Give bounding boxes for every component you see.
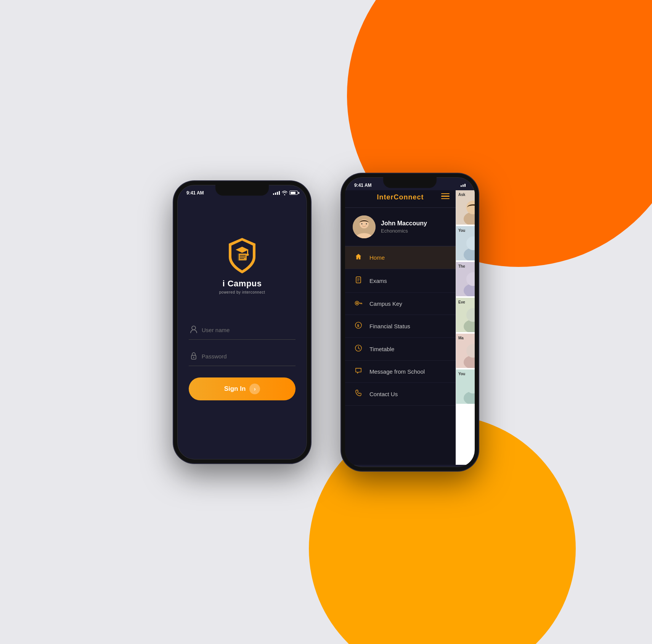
thumb-label-1: Ask: [458, 193, 465, 197]
nav-label-contact: Contact Us: [369, 391, 398, 397]
nav-item-financial[interactable]: $ Financial Status: [345, 315, 456, 338]
battery-icon: [289, 191, 298, 195]
content-thumb-6[interactable]: You: [456, 369, 475, 404]
phone-menu: 9:41 AM InterConnec: [341, 173, 479, 471]
thumb-label-4: Eve: [458, 300, 465, 304]
username-group: [189, 321, 295, 340]
nav-item-timetable[interactable]: Timetable: [345, 338, 456, 361]
exams-icon: [354, 276, 363, 286]
ham-line-2: [441, 196, 450, 197]
sidebar-title: InterConnect: [377, 193, 424, 201]
app-name: i Campus: [222, 279, 262, 289]
sidebar: InterConnect: [345, 190, 456, 465]
signal-bar-r1: [461, 185, 462, 187]
svg-line-28: [358, 348, 360, 349]
content-thumb-2[interactable]: You: [456, 226, 475, 260]
svg-point-20: [356, 302, 358, 304]
signal-bar-4: [279, 191, 280, 195]
status-icons-right: [461, 184, 466, 187]
ham-line-1: [441, 193, 450, 194]
signin-arrow-icon: ›: [249, 384, 260, 394]
signal-bar-2: [275, 193, 276, 195]
signin-button[interactable]: Sign In ›: [189, 377, 295, 400]
svg-point-10: [193, 357, 194, 358]
time-right: 9:41 AM: [354, 183, 372, 188]
content-panel: Ask You: [456, 190, 475, 465]
wifi-icon: [282, 191, 287, 195]
svg-point-40: [466, 380, 475, 393]
svg-rect-4: [238, 254, 239, 260]
password-group: [189, 347, 295, 366]
nav-label-message: Message from School: [369, 368, 425, 375]
svg-point-32: [466, 236, 475, 250]
nav-menu: Home Exams: [345, 246, 456, 465]
nav-item-contact[interactable]: Contact Us: [345, 383, 456, 406]
clock-icon: [354, 345, 363, 353]
logo-container: i Campus powered by interconnect: [219, 236, 265, 294]
phone-icon: [354, 390, 363, 398]
phone-login: 9:41 AM: [173, 181, 311, 463]
user-name: John Maccouny: [381, 220, 427, 227]
nav-item-message[interactable]: Message from School: [345, 361, 456, 383]
thumb-label-2: You: [458, 228, 465, 233]
phones-container: 9:41 AM: [173, 173, 479, 471]
nav-label-timetable: Timetable: [369, 346, 394, 352]
username-input[interactable]: [202, 327, 294, 333]
nav-label-home: Home: [369, 254, 385, 261]
battery-fill: [291, 192, 296, 194]
nav-item-exams[interactable]: Exams: [345, 269, 456, 293]
svg-point-14: [366, 223, 367, 224]
user-subtitle: Echonomics: [381, 228, 427, 234]
message-icon: [354, 368, 363, 376]
signal-bar-r3: [464, 184, 466, 187]
user-info: John Maccouny Echonomics: [381, 220, 427, 234]
content-thumb-5[interactable]: Ma: [456, 334, 475, 368]
login-content: i Campus powered by interconnect: [177, 198, 307, 412]
svg-point-30: [466, 201, 475, 214]
content-thumb-3[interactable]: The: [456, 262, 475, 296]
svg-point-36: [466, 308, 475, 322]
signal-bars-right: [461, 184, 466, 187]
lock-icon: [190, 352, 197, 361]
svg-point-13: [361, 223, 363, 224]
svg-point-38: [466, 344, 475, 358]
signal-bar-3: [277, 192, 278, 195]
nav-label-financial: Financial Status: [369, 323, 410, 329]
nav-item-home[interactable]: Home: [345, 246, 456, 269]
password-input[interactable]: [202, 353, 294, 360]
signal-bar-1: [273, 193, 274, 195]
home-icon: [354, 253, 363, 262]
key-icon: [354, 300, 363, 308]
shield-svg: [225, 236, 259, 274]
svg-point-8: [192, 326, 196, 330]
content-thumb-1[interactable]: Ask: [456, 190, 475, 225]
powered-by: powered by interconnect: [219, 290, 265, 294]
avatar: [353, 215, 376, 238]
svg-text:$: $: [357, 323, 359, 327]
notch-right: [383, 177, 437, 188]
thumb-label-6: You: [458, 372, 465, 376]
user-icon: [190, 326, 197, 335]
nav-label-campus-key: Campus Key: [369, 300, 402, 307]
login-form: Sign In ›: [189, 321, 295, 400]
content-thumb-4[interactable]: Eve: [456, 298, 475, 332]
phone-right-inner: InterConnect: [345, 190, 475, 465]
status-icons-left: [273, 191, 298, 195]
svg-point-2: [247, 254, 249, 256]
notch-left: [215, 185, 269, 196]
nav-item-campus-key[interactable]: Campus Key: [345, 293, 456, 315]
ham-line-3: [441, 198, 450, 199]
thumb-label-3: The: [458, 264, 465, 268]
user-profile: John Maccouny Echonomics: [345, 208, 456, 246]
thumb-label-5: Ma: [458, 336, 464, 340]
financial-icon: $: [354, 322, 363, 331]
nav-label-exams: Exams: [369, 278, 387, 284]
time-left: 9:41 AM: [186, 190, 204, 196]
logo-shield: [225, 236, 259, 274]
hamburger-button[interactable]: [441, 193, 450, 199]
signal-bars: [273, 191, 280, 195]
signin-label: Sign In: [224, 385, 246, 393]
svg-point-34: [466, 272, 475, 286]
signal-bar-r2: [463, 185, 464, 187]
